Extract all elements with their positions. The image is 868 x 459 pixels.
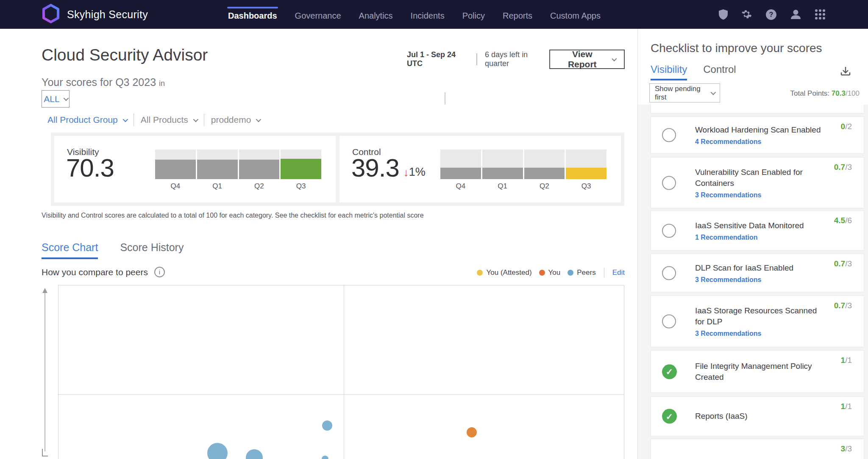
nav-incidents[interactable]: Incidents [411, 8, 445, 21]
brand[interactable]: Skyhigh Security [42, 0, 148, 29]
legend-you: You [539, 268, 561, 277]
arrow-down-icon: ↓ [403, 167, 409, 178]
filter-tenant[interactable]: proddemo [211, 115, 260, 125]
recommendations-link[interactable]: 3 Recommendations [695, 276, 828, 284]
legend-dot-blue [568, 270, 573, 276]
chevron-down-icon [256, 116, 262, 122]
control-delta-value: 1% [409, 166, 426, 178]
filter-product-group[interactable]: All Product Group [47, 115, 127, 125]
scores-subtitle-suffix: in [159, 79, 165, 88]
nav-reports[interactable]: Reports [503, 8, 532, 21]
skyhigh-logo-icon [42, 4, 60, 25]
gear-icon[interactable] [741, 9, 752, 20]
recommendations-link[interactable]: 4 Recommendations [695, 138, 828, 146]
user-icon[interactable] [790, 9, 801, 20]
checklist-tab-visibility[interactable]: Visibility [651, 64, 687, 80]
bubble-you [467, 427, 477, 437]
filter-products-label: All Products [141, 115, 188, 125]
checked-circle-icon[interactable]: ✓ [662, 409, 677, 424]
days-left-label: 6 days left in quarter [485, 50, 549, 68]
legend-label: You (Attested) [486, 268, 531, 277]
bar-label: Q4 [440, 182, 481, 191]
shield-icon[interactable] [718, 9, 728, 20]
visibility-score-value: 70.3 [66, 155, 114, 181]
filter-tenant-label: proddemo [211, 115, 251, 125]
total-points-value: 70.3 [832, 89, 846, 97]
chevron-down-icon [612, 56, 617, 61]
chart-legend: You (Attested) You Peers Edit [477, 268, 625, 278]
control-score-value: 39.3 [351, 155, 399, 181]
nav-policy[interactable]: Policy [462, 8, 485, 21]
scope-select[interactable]: ALL [42, 90, 70, 108]
brand-name: Skyhigh Security [67, 8, 148, 21]
nav-dashboards[interactable]: Dashboards [228, 8, 277, 21]
bar-q1 [482, 149, 523, 179]
checklist-card-partial-top [651, 105, 864, 113]
bar-q2 [239, 149, 280, 179]
checkbox-circle[interactable] [662, 176, 676, 190]
tab-score-history[interactable]: Score History [120, 241, 184, 259]
info-icon[interactable]: i [154, 267, 165, 277]
checklist-card: IaaS Storage Resources Scanned for DLP 3… [651, 296, 864, 347]
checklist-item-title: Reports (IaaS) [695, 411, 828, 422]
bar-q2 [524, 149, 565, 179]
divider [445, 92, 445, 105]
filter-products[interactable]: All Products [141, 115, 197, 125]
bar-q3-current [281, 149, 321, 179]
recommendations-link[interactable]: 1 Recommendation [695, 234, 828, 241]
recommendations-link[interactable]: 3 Recommendations [695, 330, 828, 337]
nav-custom-apps[interactable]: Custom Apps [550, 8, 601, 21]
checklist-card: ✓ File Integrity Management Policy Creat… [651, 350, 864, 393]
bubble-peers [322, 456, 328, 459]
help-icon[interactable]: ? [765, 9, 777, 20]
item-score: 0/2 [841, 122, 852, 131]
scores-subtitle: Your scores for Q3 2023 in [42, 76, 165, 88]
chart-header: How you compare to peers i [42, 267, 165, 277]
top-navigation-bar: Skyhigh Security Dashboards Governance A… [0, 0, 868, 29]
bar-label: Q3 [281, 182, 321, 191]
recommendations-link[interactable]: 3 Recommendations [695, 191, 828, 199]
item-score: 1/1 [841, 356, 852, 365]
checkbox-circle[interactable] [662, 128, 676, 142]
apps-grid-icon[interactable] [815, 9, 826, 20]
control-score-card: Control 39.3 ↓ 1% Q4 Q1 Q2 [339, 136, 621, 202]
checklist-card: Vulnerability Scan Enabled for Container… [651, 157, 864, 208]
filter-bar: All Product Group All Products proddemo [47, 113, 260, 126]
item-score: 4.5/6 [834, 216, 852, 225]
bar-label: Q2 [524, 182, 565, 191]
legend-dot-yellow [477, 270, 483, 276]
edit-chart-link[interactable]: Edit [612, 268, 625, 277]
download-icon[interactable] [840, 66, 851, 79]
checklist-card: Workload Hardening Scan Enabled 4 Recomm… [651, 116, 864, 154]
checkbox-circle[interactable] [662, 315, 676, 329]
legend-you-attested: You (Attested) [477, 268, 531, 277]
checklist-tab-control[interactable]: Control [703, 64, 736, 80]
bar-q4 [440, 149, 481, 179]
checkbox-circle[interactable] [662, 224, 676, 238]
tab-score-chart[interactable]: Score Chart [42, 241, 98, 259]
checklist-item-title: Workload Hardening Scan Enabled [695, 124, 828, 135]
topbar-icons: ? [718, 0, 826, 29]
item-score: 3/3 [841, 444, 852, 453]
page: Skyhigh Security Dashboards Governance A… [0, 0, 868, 459]
sort-select[interactable]: Show pending first [649, 83, 720, 102]
nav-analytics[interactable]: Analytics [359, 8, 393, 21]
divider [604, 268, 604, 278]
visibility-score-card: Visibility 70.3 Q4 Q1 Q2 Q3 [54, 136, 336, 202]
view-report-button[interactable]: View Report [549, 50, 625, 69]
checklist-tabs: Visibility Control [651, 64, 736, 80]
control-quarter-bars: Q4 Q1 Q2 Q3 [440, 149, 606, 191]
bar-q4 [155, 149, 196, 179]
checklist-card: DLP Scan for IaaS Enabled 3 Recommendati… [651, 254, 864, 292]
score-tabs: Score Chart Score History [42, 241, 184, 259]
checkbox-circle[interactable] [662, 266, 676, 280]
bubble-peers [207, 443, 228, 459]
item-score: 0.7/3 [834, 301, 852, 310]
chevron-down-icon [122, 116, 128, 122]
nav-governance[interactable]: Governance [295, 8, 341, 21]
checked-circle-icon[interactable]: ✓ [662, 364, 677, 379]
chevron-down-icon [711, 90, 716, 95]
chevron-down-icon [63, 96, 69, 101]
checklist-list[interactable]: Workload Hardening Scan Enabled 4 Recomm… [638, 105, 868, 459]
quarter-date-range: Jul 1 - Sep 24 UTC [407, 50, 469, 68]
